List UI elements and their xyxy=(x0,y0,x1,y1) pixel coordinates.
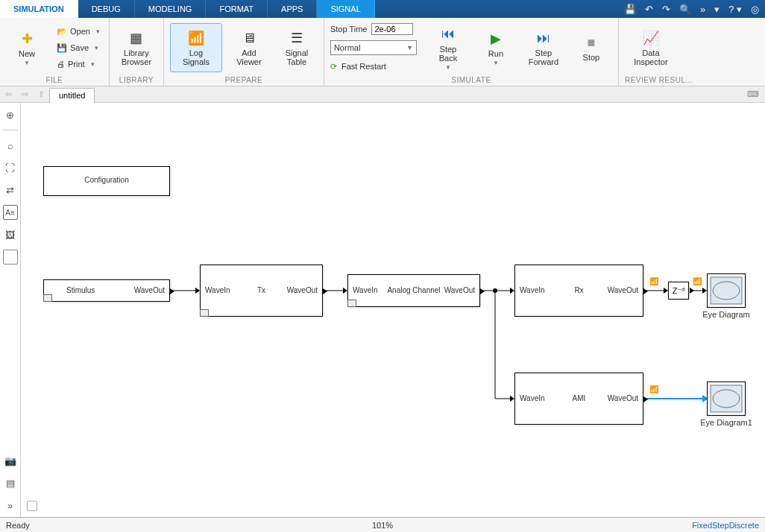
svg-rect-14 xyxy=(711,277,742,304)
image-icon[interactable]: 🖼 xyxy=(3,227,18,242)
block-tx[interactable]: WaveIn Tx WaveOut xyxy=(200,265,323,317)
tx-out: WaveOut xyxy=(287,286,318,294)
group-library: ▦ Library Browser LIBRARY xyxy=(110,18,164,86)
block-channel[interactable]: WaveIn Analog Channel WaveOut xyxy=(347,274,480,307)
step-fwd-label: Step Forward xyxy=(529,48,558,66)
block-eye2[interactable] xyxy=(707,381,746,416)
svg-point-10 xyxy=(493,288,497,293)
step-back-button[interactable]: ⏮ Step Back ▼ xyxy=(427,23,469,72)
step-forward-button[interactable]: ⏭ Step Forward xyxy=(523,23,564,72)
tab-modeling[interactable]: MODELING xyxy=(135,0,207,18)
block-configuration[interactable]: Configuration xyxy=(43,166,170,196)
run-button[interactable]: ▶ Run ▼ xyxy=(475,23,517,72)
table-icon: ☰ xyxy=(288,29,306,47)
add-viewer-button[interactable]: 🖥 Add Viewer xyxy=(228,23,270,72)
stop-time-input[interactable] xyxy=(371,23,413,35)
stop-label: Stop xyxy=(583,53,600,62)
log-badge-icon: 📶 xyxy=(693,277,702,285)
eye1-label: Eye Diagram xyxy=(692,310,761,319)
expand-icon[interactable]: » xyxy=(3,498,18,513)
open-button[interactable]: 📂Open▾ xyxy=(54,24,103,39)
group-simulate: Stop Time Normal▼ ⟳ Fast Restart ⏮ Step … xyxy=(324,18,619,86)
signal-table-label: Signal Table xyxy=(286,48,309,66)
nav-up[interactable]: ⇧ xyxy=(33,89,49,99)
badge-icon xyxy=(347,300,356,307)
tab-apps[interactable]: APPS xyxy=(268,0,317,18)
library-icon: ▦ xyxy=(128,29,145,47)
block-delay[interactable]: Z⁻ᵈ xyxy=(668,282,689,300)
add-viewer-label: Add Viewer xyxy=(236,48,261,66)
swap-icon[interactable]: ⇄ xyxy=(3,183,18,197)
new-button[interactable]: ✚ New ▼ xyxy=(6,23,48,72)
tab-format[interactable]: FORMAT xyxy=(206,0,268,18)
undo-icon[interactable]: ↶ xyxy=(645,4,653,15)
disk-icon: 💾 xyxy=(57,43,67,53)
sim-mode-select[interactable]: Normal▼ xyxy=(330,40,417,55)
step-back-icon: ⏮ xyxy=(439,25,457,43)
fit-screen-icon[interactable]: ⛶ xyxy=(3,160,18,175)
badge-icon xyxy=(43,294,52,302)
stop-time-label: Stop Time xyxy=(330,25,368,34)
target-icon[interactable]: ◎ xyxy=(751,4,759,15)
zoom-icon[interactable]: ⌕ xyxy=(3,138,18,153)
log-signals-label: Log Signals xyxy=(183,48,210,66)
tab-signal[interactable]: SIGNAL xyxy=(317,0,374,18)
printer-icon: 🖨 xyxy=(57,60,65,69)
help-icon[interactable]: ? ▾ xyxy=(728,4,742,15)
block-rx[interactable]: WaveIn Rx WaveOut xyxy=(514,265,643,317)
stop-button[interactable]: ■ Stop xyxy=(570,23,612,72)
viewer-icon: 🖥 xyxy=(240,29,258,47)
canvas-origin-icon[interactable] xyxy=(27,501,37,511)
search-icon[interactable]: 🔍 xyxy=(679,4,691,15)
run-label: Run xyxy=(488,49,503,58)
folder-icon: 📂 xyxy=(57,27,67,37)
save-button[interactable]: 💾Save▾ xyxy=(54,40,103,55)
print-label: Print xyxy=(68,60,85,69)
group-library-label: LIBRARY xyxy=(116,75,157,86)
ch-out: WaveOut xyxy=(444,286,475,294)
eye2-label: Eye Diagram1 xyxy=(689,418,764,427)
keyboard-icon[interactable]: ⌨ xyxy=(747,89,765,99)
library-browser-button[interactable]: ▦ Library Browser xyxy=(116,23,157,72)
signal-table-button[interactable]: ☰ Signal Table xyxy=(276,23,318,72)
fast-restart-icon: ⟳ xyxy=(330,62,337,72)
log-badge-icon: 📶 xyxy=(649,277,658,285)
tab-debug[interactable]: DEBUG xyxy=(78,0,135,18)
redo-icon[interactable]: ↷ xyxy=(662,4,670,15)
more-icon[interactable]: » xyxy=(700,4,705,15)
group-review: 📈 Data Inspector REVIEW RESUL... xyxy=(619,18,699,86)
layers-icon[interactable]: ▤ xyxy=(3,475,18,490)
area-icon[interactable] xyxy=(3,250,18,265)
log-signals-button[interactable]: 📶 Log Signals xyxy=(170,23,222,72)
step-back-label: Step Back xyxy=(439,45,457,63)
nav-fwd[interactable]: ⇨ xyxy=(16,89,33,99)
status-zoom[interactable]: 101% xyxy=(372,521,393,530)
nav-back[interactable]: ⇦ xyxy=(0,89,16,99)
status-solver[interactable]: FixedStepDiscrete xyxy=(692,521,759,530)
block-eye1[interactable] xyxy=(707,273,746,308)
tab-simulation[interactable]: SIMULATION xyxy=(0,0,78,18)
print-button[interactable]: 🖨Print▾ xyxy=(54,57,103,72)
eye-icon xyxy=(708,274,745,307)
data-inspector-button[interactable]: 📈 Data Inspector xyxy=(625,23,677,72)
annotate-icon[interactable]: A≡ xyxy=(3,205,18,220)
group-file: ✚ New ▼ 📂Open▾ 💾Save▾ 🖨Print▾ FILE xyxy=(0,18,110,86)
fast-restart-label[interactable]: Fast Restart xyxy=(341,62,386,71)
save-icon[interactable]: 💾 xyxy=(624,4,636,15)
chevron-down-icon[interactable]: ▾ xyxy=(714,4,720,15)
block-configuration-label: Configuration xyxy=(44,176,169,184)
model-tab[interactable]: untitled xyxy=(49,88,95,103)
ribbon: ✚ New ▼ 📂Open▾ 💾Save▾ 🖨Print▾ FILE ▦ Lib… xyxy=(0,18,765,86)
ami-out: WaveOut xyxy=(608,394,638,402)
play-icon: ▶ xyxy=(487,30,505,48)
fit-icon[interactable]: ⊕ xyxy=(3,107,18,122)
rx-out: WaveOut xyxy=(608,286,638,294)
model-canvas[interactable]: Configuration Stimulus WaveOut WaveIn Tx… xyxy=(21,103,765,517)
status-ready: Ready xyxy=(6,521,30,530)
camera-icon[interactable]: 📷 xyxy=(3,453,18,468)
new-label: New xyxy=(19,49,35,58)
step-fwd-icon: ⏭ xyxy=(535,29,552,47)
open-label: Open xyxy=(70,27,90,36)
block-stimulus[interactable]: Stimulus WaveOut xyxy=(43,279,170,302)
block-ami[interactable]: WaveIn AMI WaveOut xyxy=(514,373,643,425)
